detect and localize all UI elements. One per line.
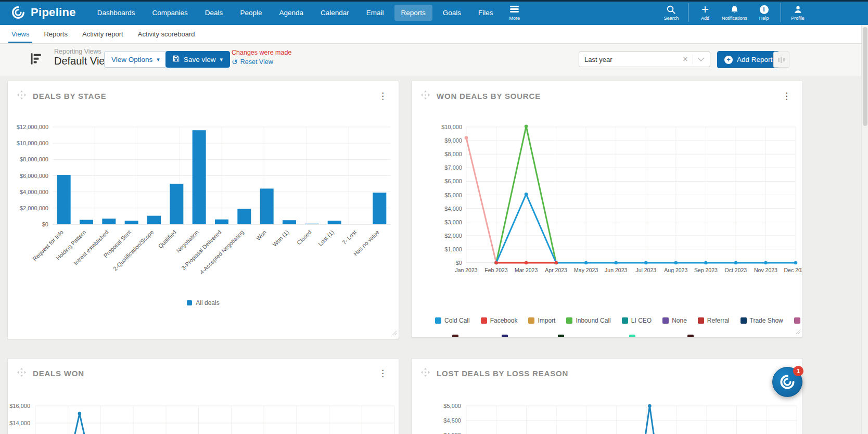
date-range-select[interactable]: Last year × — [579, 52, 710, 67]
clear-icon[interactable]: × — [678, 54, 693, 65]
legend-label: Referral — [707, 317, 730, 324]
pipeline-swirl-icon — [778, 373, 796, 391]
primary-nav: Dashboards Companies Deals People Agenda… — [91, 5, 500, 21]
chevron-down-icon: ▾ — [157, 56, 160, 63]
legend-label: All deals — [196, 299, 219, 307]
brand[interactable]: Pipeline — [10, 5, 76, 20]
nav-item-goals[interactable]: Goals — [436, 5, 468, 21]
top-navigation-bar: Pipeline Dashboards Companies Deals Peop… — [0, 0, 868, 25]
add-report-label: Add Report — [737, 56, 772, 63]
profile-button[interactable]: Profile — [789, 4, 807, 21]
legend-item[interactable]: Import — [528, 317, 555, 324]
chat-notification-badge: 1 — [793, 366, 803, 376]
legend-swatch — [794, 317, 800, 324]
legend-swatch — [528, 317, 534, 324]
svg-text:Apr 2023: Apr 2023 — [545, 267, 567, 273]
deals-by-stage-chart: $0$2,000,000$4,000,000$6,000,000$8,000,0… — [8, 107, 398, 315]
svg-text:$12,000,000: $12,000,000 — [17, 124, 48, 130]
legend-item[interactable]: Cold Call — [435, 317, 470, 324]
pipeline-logo-icon — [10, 5, 26, 20]
legend-item[interactable]: Trade Show - Denver — [794, 317, 803, 324]
svg-text:$14,000: $14,000 — [9, 420, 30, 426]
nav-item-reports[interactable]: Reports — [394, 5, 432, 21]
nav-item-deals[interactable]: Deals — [198, 5, 230, 21]
kebab-menu-icon[interactable]: ⋮ — [779, 90, 794, 103]
svg-text:Jun 2023: Jun 2023 — [605, 267, 627, 273]
svg-text:$9,000: $9,000 — [444, 137, 462, 144]
svg-text:Oct 2023: Oct 2023 — [725, 267, 747, 273]
move-icon[interactable] — [421, 368, 430, 379]
legend-swatch-clipped — [687, 335, 694, 338]
card-title: LOST DEALS BY LOSS REASON — [437, 369, 568, 378]
chart-legend[interactable]: All deals — [8, 299, 399, 307]
move-icon[interactable] — [421, 91, 430, 101]
nav-item-calendar[interactable]: Calendar — [314, 5, 356, 21]
deals-by-stage-card: DEALS BY STAGE ⋮ $0$2,000,000$4,000,000$… — [7, 81, 399, 339]
legend-swatch — [187, 300, 192, 305]
move-icon[interactable] — [17, 368, 26, 379]
svg-text:Jul 2023: Jul 2023 — [635, 267, 656, 273]
legend-swatch — [741, 317, 747, 324]
resize-handle[interactable] — [391, 328, 397, 337]
changes-made-text: Changes were made — [232, 49, 291, 56]
svg-text:7- Lost: 7- Lost — [341, 229, 358, 246]
chat-widget-button[interactable]: 1 — [772, 367, 802, 397]
move-icon[interactable] — [17, 91, 26, 101]
kebab-menu-icon[interactable]: ⋮ — [375, 90, 390, 103]
nav-item-files[interactable]: Files — [471, 5, 500, 21]
scrollbar-thumb[interactable] — [863, 27, 867, 126]
bell-icon — [730, 4, 739, 15]
top-strip — [0, 0, 868, 2]
nav-item-email[interactable]: Email — [360, 5, 391, 21]
legend-item[interactable]: Facebook — [481, 317, 518, 324]
svg-text:$8,000: $8,000 — [444, 151, 462, 157]
kebab-menu-icon[interactable]: ⋮ — [375, 367, 390, 380]
divider — [688, 3, 688, 22]
date-range-value: Last year — [584, 56, 612, 63]
resize-handle[interactable] — [795, 326, 800, 336]
legend-label: Import — [538, 317, 555, 324]
add-button[interactable]: + Add — [696, 4, 714, 21]
svg-text:Mar 2023: Mar 2023 — [515, 267, 538, 273]
legend-item[interactable]: None — [662, 317, 687, 324]
notifications-button[interactable]: Notifications — [722, 4, 747, 21]
profile-icon — [794, 4, 802, 15]
nav-item-dashboards[interactable]: Dashboards — [91, 5, 142, 21]
svg-text:$8,000,000: $8,000,000 — [20, 156, 48, 162]
save-view-button[interactable]: Save view ▾ — [165, 51, 230, 68]
legend-label: Inbound Call — [576, 317, 610, 324]
legend-swatch — [698, 317, 704, 324]
nav-item-people[interactable]: People — [233, 5, 269, 21]
profile-label: Profile — [791, 16, 805, 21]
svg-text:Won: Won — [255, 229, 267, 241]
nav-item-companies[interactable]: Companies — [146, 5, 195, 21]
svg-text:$5,000: $5,000 — [443, 403, 461, 409]
tab-activity-report[interactable]: Activity report — [75, 25, 131, 43]
legend-item[interactable]: LI CEO — [622, 317, 652, 324]
export-button-disabled[interactable] — [773, 52, 789, 68]
page-scrollbar[interactable] — [861, 25, 868, 434]
svg-text:Aug 2023: Aug 2023 — [664, 267, 687, 273]
legend-item[interactable]: Inbound Call — [566, 317, 610, 324]
svg-text:$10,000: $10,000 — [441, 124, 462, 130]
svg-text:$5,000: $5,000 — [444, 192, 462, 198]
reset-view-link[interactable]: ↺ Reset View — [232, 58, 291, 66]
view-options-button[interactable]: View Options ▾ — [104, 51, 167, 68]
tab-reports[interactable]: Reports — [36, 25, 75, 43]
search-button[interactable]: Search — [662, 4, 680, 21]
deals-won-chart: $16,000$14,000 — [8, 390, 398, 434]
legend-swatch — [622, 317, 628, 324]
nav-more-button[interactable]: More — [509, 4, 520, 20]
legend-item[interactable]: Trade Show — [741, 317, 783, 324]
tab-views[interactable]: Views — [4, 25, 36, 43]
legend-item[interactable]: Referral — [698, 317, 730, 324]
deals-won-card: DEALS WON ⋮ $16,000$14,000 — [7, 358, 399, 434]
report-tabs: Views Reports Activity report Activity s… — [0, 25, 868, 44]
tab-activity-scoreboard[interactable]: Activity scoreboard — [131, 25, 202, 43]
svg-text:$6,000,000: $6,000,000 — [20, 173, 48, 179]
legend-swatch-clipped — [452, 335, 458, 338]
add-report-button[interactable]: + Add Report — [717, 51, 780, 68]
nav-item-agenda[interactable]: Agenda — [272, 5, 310, 21]
svg-text:Sep 2023: Sep 2023 — [694, 267, 718, 273]
help-button[interactable]: i Help — [755, 4, 773, 21]
